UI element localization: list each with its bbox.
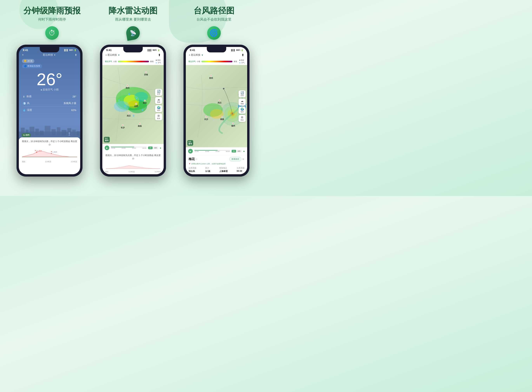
radar-icon bbox=[125, 25, 141, 41]
phone-3-map-area: 郑州 武汉 长沙 南昌 福州 🌀 bbox=[186, 65, 247, 147]
timeline-track-2 bbox=[111, 147, 147, 147]
svg-point-42 bbox=[223, 88, 224, 89]
warning-badge: 🔵 寒潮蓝色预警 bbox=[22, 64, 42, 68]
phone-3-map-header: + 彩云科技 ▼ ⬆ bbox=[186, 52, 247, 58]
video-btn-2[interactable]: ☁ 视频 bbox=[155, 97, 162, 104]
side-panel-3: 🔄 反馈 ☁ 视频 🌍 地球 ⊞ 更多 bbox=[239, 90, 246, 122]
more-btn-2[interactable]: ⊞ 更多 bbox=[155, 113, 162, 120]
typhoon-info-panel: 梅花 □ 查看路径 ✕ 📍 距离台风中心1315 公里，台风不会影响这里 台风等… bbox=[186, 155, 247, 174]
time-btn-48h-3[interactable]: 48h bbox=[236, 150, 242, 153]
typhoon-header-actions: 查看路径 ✕ bbox=[229, 157, 245, 161]
location-arrow-icon2: ◀ bbox=[40, 89, 42, 91]
feature-rain-forecast: 分钟级降雨预报 何时下雨何时雨停 bbox=[12, 6, 93, 41]
phone-1-frame: 9:41 ▌▌▌ WiFi 🔋 + 彩云科技 ▼ ⬆ 😊 bbox=[17, 45, 83, 177]
weather-details: 🌡 体感 28° 💨 风 东南风 2 级 💧 湿度 bbox=[19, 92, 80, 116]
plus-btn-2[interactable]: + bbox=[105, 54, 107, 56]
phone-1-header-title: 彩云科技 ▼ bbox=[43, 53, 56, 57]
weather-description: ◀ 反馈天气 小雨 bbox=[19, 88, 80, 91]
air-icon-3: 💨 空气 bbox=[239, 62, 245, 64]
time-btn-2h-3[interactable]: 2h bbox=[232, 150, 236, 153]
feedback-btn-3[interactable]: 🔄 反馈 bbox=[239, 90, 246, 98]
city-zhengzhou-3: 郑州 bbox=[209, 75, 213, 79]
rain-mini-chart-2 bbox=[105, 161, 161, 169]
city-dot-zhengzhou-3 bbox=[210, 75, 212, 76]
city-zhengzhou: 郑州 bbox=[126, 85, 130, 89]
phone-2-header-left: + 彩云科技 ▼ bbox=[105, 53, 120, 57]
timeline-section-2: 21:00 22:00 23:00 00:00 bbox=[111, 147, 147, 149]
phone-3-time: 9:41 bbox=[190, 48, 195, 52]
humidity-icon: 💧 bbox=[23, 109, 26, 112]
feature-3-title: 台风路径图 bbox=[173, 6, 254, 15]
svg-text:📍26.2毫米: 📍26.2毫米 bbox=[34, 150, 42, 152]
share-btn-3[interactable]: ⬆ bbox=[241, 53, 244, 57]
share-button[interactable]: ⬆ bbox=[75, 53, 77, 56]
timeline-dot-2: ● bbox=[160, 146, 161, 149]
phone-2-time: 9:41 bbox=[106, 48, 112, 52]
more-btn-3[interactable]: ⊞ 更多 bbox=[239, 115, 246, 122]
feature-1-title: 分钟级降雨预报 bbox=[12, 6, 93, 15]
chart-labels-2: 现在 1小时后 2小时后 bbox=[105, 171, 161, 173]
phone-2-frame: 9:41 ▌▌▌ WiFi 🔋 + 彩云科技 ▼ ⬆ 彩云天气 bbox=[100, 45, 166, 177]
phone-3-notch bbox=[207, 47, 226, 52]
phone-1-time: 9:41 bbox=[23, 48, 28, 52]
svg-point-13 bbox=[69, 132, 70, 134]
location-arrow-icon: ▼ bbox=[54, 54, 56, 56]
city-nanchang: 南昌 bbox=[138, 123, 142, 127]
phone-3-screen: 9:41 ▌▌▌ WiFi 🔋 + 彩云科技 ▼ ⬆ 彩云天气 bbox=[186, 47, 247, 174]
city-dot-hefei bbox=[135, 103, 137, 105]
rain-icon: 🌧 降雨 bbox=[155, 59, 161, 61]
phones-container: 9:41 ▌▌▌ WiFi 🔋 + 彩云科技 ▼ ⬆ 😊 bbox=[0, 43, 266, 177]
features-header: 分钟级降雨预报 何时下雨何时雨停 降水雷达动图 雨从哪里来 要到哪里去 台风路径… bbox=[0, 0, 266, 43]
svg-point-28 bbox=[114, 101, 130, 112]
svg-text:📍3.2毫米: 📍3.2毫米 bbox=[51, 151, 57, 153]
svg-rect-7 bbox=[52, 129, 56, 135]
city-jinan: 济南 bbox=[144, 71, 148, 76]
earth-icon-3: 🌍 bbox=[240, 107, 244, 111]
city-changsha: 长沙 bbox=[121, 124, 125, 129]
phone-1-badges: 😊 20 优 🔵 寒潮蓝色预警 bbox=[19, 58, 80, 69]
city-changsha-3: 长沙 bbox=[204, 116, 208, 121]
phone-2-notch bbox=[123, 47, 143, 52]
radar-svg-2: 💧 💧 💧 💧 💧 💧 bbox=[102, 65, 164, 144]
rain-chart-svg-1: 📍26.2毫米 📍3.2毫米 bbox=[22, 147, 77, 159]
svg-rect-5 bbox=[40, 131, 44, 135]
svg-text:💧: 💧 bbox=[118, 99, 120, 101]
plus-btn-3[interactable]: + bbox=[189, 54, 190, 56]
wind-icon: 💨 bbox=[23, 102, 26, 105]
typhoon-track-button[interactable]: 查看路径 bbox=[229, 157, 241, 161]
wifi-icon-2: WiFi bbox=[153, 49, 157, 51]
side-panel-2: 🔄 反馈 ☁ 视频 🌍 地球 ⊞ 更多 bbox=[155, 89, 162, 120]
earth-btn-3[interactable]: 🌍 地球 bbox=[239, 107, 246, 114]
city-wuhan-3: 武汉 bbox=[218, 100, 221, 104]
share-btn-2[interactable]: ⬆ bbox=[158, 53, 160, 57]
legend-text-2: 彩云天气 小雨 暴雨 bbox=[105, 60, 154, 63]
typhoon-update-stat: 登陆地点 上海奉贤 bbox=[219, 167, 228, 173]
play-button-3[interactable]: ▶ bbox=[188, 149, 193, 154]
feature-1-subtitle: 何时下雨何时雨停 bbox=[12, 17, 93, 22]
plus-button[interactable]: + bbox=[22, 53, 24, 57]
phone-2-map-area: 💧 💧 💧 💧 💧 💧 济南 郑州 bbox=[102, 65, 164, 144]
city-wuhan: 武汉 bbox=[127, 112, 131, 117]
more-icon-3: ⊞ bbox=[241, 116, 243, 119]
radar-legend-3: 彩云天气 小雨 暴雨 🌧 降雨 💨 空气 bbox=[186, 58, 247, 65]
feel-value: 28° bbox=[72, 95, 76, 98]
city-dot-wuhan bbox=[128, 112, 130, 114]
svg-text:💧: 💧 bbox=[132, 114, 135, 117]
wind-label: 💨 风 bbox=[23, 102, 29, 105]
time-btn-group-3: 2h 48h bbox=[232, 150, 241, 153]
thermometer-icon: 🌡 bbox=[23, 95, 25, 98]
city-dot-nanchang bbox=[139, 123, 141, 124]
time-btn-2h-2[interactable]: 2h bbox=[148, 146, 152, 149]
close-typhoon-btn[interactable]: ✕ bbox=[242, 158, 245, 161]
more-icon-2: ⊞ bbox=[157, 114, 160, 117]
aqi-badge: 😊 20 优 bbox=[22, 59, 34, 63]
earth-btn-2[interactable]: 🌍 地球 bbox=[155, 105, 162, 112]
city-dot-nanjing bbox=[144, 100, 146, 101]
skyline-svg bbox=[19, 124, 80, 139]
feedback-btn-2[interactable]: 🔄 反馈 bbox=[155, 89, 162, 96]
play-button-2[interactable]: ▶ bbox=[105, 145, 109, 150]
video-btn-3[interactable]: ☁ 视频 bbox=[239, 98, 246, 106]
emoji-smile: 😊 bbox=[24, 60, 27, 62]
time-btn-48h-2[interactable]: 48h bbox=[153, 146, 158, 149]
temperature-section: 26° ◀ 反馈天气 小雨 bbox=[19, 69, 80, 92]
